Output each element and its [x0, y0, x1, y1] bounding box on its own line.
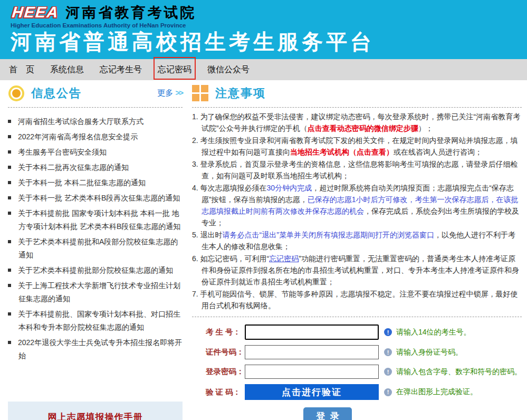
notes-and-login-panel: 注意事项 1. 为了确保您的权益不受非法侵害，建议绑定动态密码，每次登录系统时，… — [192, 84, 522, 420]
square-bullet-icon — [8, 150, 11, 154]
captcha-hint: 在弹出图形上完成验证。 — [396, 387, 477, 397]
announcements-title: 信息公告 — [31, 85, 82, 101]
announcement-text: 关于本科二批再次征集志愿的通知 — [18, 163, 129, 171]
login-form-row: 证件号码：!请输入身份证号码。 — [206, 345, 522, 359]
announcement-text: 关于本科提前批 国家专项计划本科批 本科一批 地方专项计划本科批 艺术类本科B段… — [18, 209, 180, 231]
announcement-text: 2022年河南省高考报名信息安全提示 — [18, 132, 138, 141]
handbook-link-manual[interactable]: 网上志愿填报操作手册 — [48, 411, 143, 420]
note-text: 登录系统后，首页显示登录考生的资格信息，这些信息将影响考生可填报的志愿，请登录后… — [200, 160, 518, 180]
announcement-text: 河南省招生考试综合服务大厅联系方式 — [18, 117, 143, 126]
main-content: 信息公告 更多 >> 河南省招生考试综合服务大厅联系方式2022年河南省高考报名… — [0, 80, 527, 420]
org-name: 河南省教育考试院 — [66, 6, 197, 21]
nav-item-system-info[interactable]: 系统信息 — [42, 59, 92, 80]
square-bullet-icon — [8, 284, 11, 287]
announcement-link[interactable]: 考生服务平台密码安全须知 — [8, 146, 183, 159]
announcement-text: 考生服务平台密码安全须知 — [18, 148, 107, 156]
nav-item-forgot-examinee-number[interactable]: 忘记考生号 — [92, 59, 150, 80]
heea-logo: HEEA — [9, 4, 61, 21]
nav-item-home[interactable]: 首 页 — [1, 59, 42, 80]
note-text: ）； — [418, 124, 433, 132]
announcement-link[interactable]: 关于艺术类本科提前批部分院校征集志愿的通知 — [8, 264, 183, 277]
announcement-link[interactable]: 关于本科提前批、国家专项计划本科批、对口招生本科和专升本部分院校征集志愿的通知 — [8, 308, 183, 334]
notes-header: 注意事项 — [192, 84, 522, 108]
announcement-text: 关于艺术类本科提前批和A段部分院校征集志愿的通知 — [18, 237, 178, 259]
announcement-text: 关于上海工程技术大学新增飞行技术专业招生计划征集志愿的通知 — [18, 281, 180, 303]
nav-item-forgot-password[interactable]: 忘记密码 — [150, 59, 199, 80]
more-link[interactable]: 更多 >> — [157, 88, 183, 98]
announcement-text: 关于艺术类本科提前批部分院校征集志愿的通知 — [18, 266, 173, 274]
note-item: 3. 登录系统后，首页显示登录考生的资格信息，这些信息将影响考生可填报的志愿，请… — [192, 158, 522, 182]
announcement-link[interactable]: 关于本科一批 艺术类本科B段再次征集志愿的通知 — [8, 192, 183, 205]
exclamation-circle-icon: ! — [384, 328, 392, 336]
more-link-label: 更多 — [157, 88, 173, 97]
orange-grid-squares-icon — [192, 85, 208, 101]
nav-item-label: 忘记密码 — [158, 64, 191, 75]
nav-item-wechat-official-account[interactable]: 微信公众号 — [199, 59, 257, 80]
exclamation-circle-icon: ! — [384, 348, 392, 356]
square-bullet-icon — [8, 240, 11, 243]
square-bullet-icon — [8, 135, 11, 138]
login-form: 考 生 号：!请输入14位的考生号。证件号码：!请输入身份证号码。登录密码：!请… — [192, 324, 522, 400]
nav-item-label: 系统信息 — [50, 64, 84, 75]
yellow-ring-circle-icon — [12, 89, 21, 98]
note-inline-link[interactable]: 点击查看动态密码的微信绑定步骤 — [308, 124, 418, 132]
note-item: 4. 每次志愿填报必须在30分钟内完成，超过时限系统将自动关闭填报页面；志愿填报… — [192, 182, 522, 228]
square-bullet-icon — [8, 312, 11, 316]
notes-title: 注意事项 — [215, 85, 266, 101]
announcement-link[interactable]: 河南省招生考试综合服务大厅联系方式 — [8, 115, 183, 128]
note-inline-link[interactable]: 当地招生考试机构（点击查看） — [290, 148, 394, 156]
password-hint: 请输入包含字母、数字和符号的密码。 — [396, 367, 522, 377]
examinee-number-input[interactable] — [245, 324, 379, 340]
examinee-number-label: 考 生 号： — [206, 327, 245, 337]
note-item: 7. 手机可能因信号、锁屏、节能等多种原因，志愿填报不稳定。注意不要在填报过程中… — [192, 288, 522, 311]
announcement-link[interactable]: 关于本科提前批 国家专项计划本科批 本科一批 地方专项计划本科批 艺术类本科B段… — [8, 207, 183, 233]
announcements-panel: 信息公告 更多 >> 河南省招生考试综合服务大厅联系方式2022年河南省高考报名… — [8, 84, 183, 420]
note-item: 1. 为了确保您的权益不受非法侵害，建议绑定动态密码，每次登录系统时，携带已关注… — [192, 111, 522, 134]
square-bullet-icon — [8, 341, 11, 344]
double-chevron-icon: >> — [175, 88, 183, 97]
note-text: 手机可能因信号、锁屏、节能等多种原因，志愿填报不稳定。注意不要在填报过程中锁屏，… — [200, 290, 518, 310]
password-input[interactable] — [245, 365, 379, 379]
id-number-input[interactable] — [245, 345, 379, 359]
note-item: 5. 退出时请务必点击“退出”菜单并关闭所有填报志愿期间打开的浏览器窗口，以免他… — [192, 229, 522, 252]
note-inline-link[interactable]: 忘记密码 — [269, 254, 299, 263]
nav-item-label: 忘记考生号 — [100, 64, 142, 75]
captcha-label: 验 证 码： — [206, 387, 245, 397]
id-number-label: 证件号码： — [206, 347, 245, 357]
note-text: 30分钟内完成 — [267, 184, 312, 192]
examinee-number-hint: 请输入14位的考生号。 — [396, 328, 471, 337]
login-form-row: 考 生 号：!请输入14位的考生号。 — [206, 324, 522, 340]
handbook-box: 网上志愿填报操作手册 网上志愿填报计划信息及志愿草表 — [8, 402, 183, 420]
note-item: 6. 如忘记密码，可利用“忘记密码”功能进行密码重置，无法重置密码的，普通类考生… — [192, 253, 522, 288]
dashed-separator — [192, 317, 522, 317]
nav-item-label: 首 页 — [9, 64, 34, 75]
notes-list: 1. 为了确保您的权益不受非法侵害，建议绑定动态密码，每次登录系统时，携带已关注… — [192, 111, 522, 311]
nav-item-label: 微信公众号 — [207, 64, 250, 75]
note-text: 或在线咨询人员进行咨询； — [394, 148, 482, 156]
announcement-link[interactable]: 关于上海工程技术大学新增飞行技术专业招生计划征集志愿的通知 — [8, 279, 183, 306]
announcement-link[interactable]: 2022年退役大学生士兵免试专升本招生报名即将开始 — [8, 336, 183, 362]
announcement-link[interactable]: 关于本科二批再次征集志愿的通知 — [8, 161, 183, 174]
square-bullet-icon — [8, 269, 11, 272]
captcha-verify-button[interactable]: 点击进行验证 — [245, 384, 379, 400]
site-header: HEEA 河南省教育考试院 Higher Education Examinati… — [0, 0, 527, 59]
exclamation-circle-icon: ! — [384, 388, 392, 396]
login-button[interactable]: 登 录 — [303, 407, 352, 420]
announcement-link[interactable]: 2022年河南省高考报名信息安全提示 — [8, 130, 183, 144]
announcement-link[interactable]: 关于本科一批 本科二批征集志愿的通知 — [8, 176, 183, 189]
announcement-text: 关于本科一批 艺术类本科B段再次征集志愿的通知 — [18, 194, 180, 202]
square-bullet-icon — [8, 181, 11, 184]
square-bullet-icon — [8, 120, 11, 123]
announcement-text: 关于本科提前批、国家专项计划本科批、对口招生本科和专升本部分院校征集志愿的通知 — [18, 310, 180, 331]
announcements-list: 河南省招生考试综合服务大厅联系方式2022年河南省高考报名信息安全提示考生服务平… — [8, 115, 183, 362]
square-bullet-icon — [8, 212, 11, 215]
square-bullet-icon — [8, 166, 11, 169]
page-title: 河南省普通高校招生考生服务平台 — [11, 30, 527, 53]
note-item: 2. 考生须按照专业目录和河南省教育考试院下发的相关文件，在规定时间内登录网站并… — [192, 135, 522, 158]
announcement-text: 2022年退役大学生士兵免试专升本招生报名即将开始 — [18, 338, 182, 360]
login-form-row: 验 证 码：点击进行验证!在弹出图形上完成验证。 — [206, 384, 522, 400]
announcement-link[interactable]: 关于艺术类本科提前批和A段部分院校征集志愿的通知 — [8, 235, 183, 262]
announcement-text: 关于本科一批 本科二批征集志愿的通知 — [18, 178, 146, 187]
square-bullet-icon — [8, 196, 11, 199]
exclamation-circle-icon: ! — [384, 368, 392, 376]
